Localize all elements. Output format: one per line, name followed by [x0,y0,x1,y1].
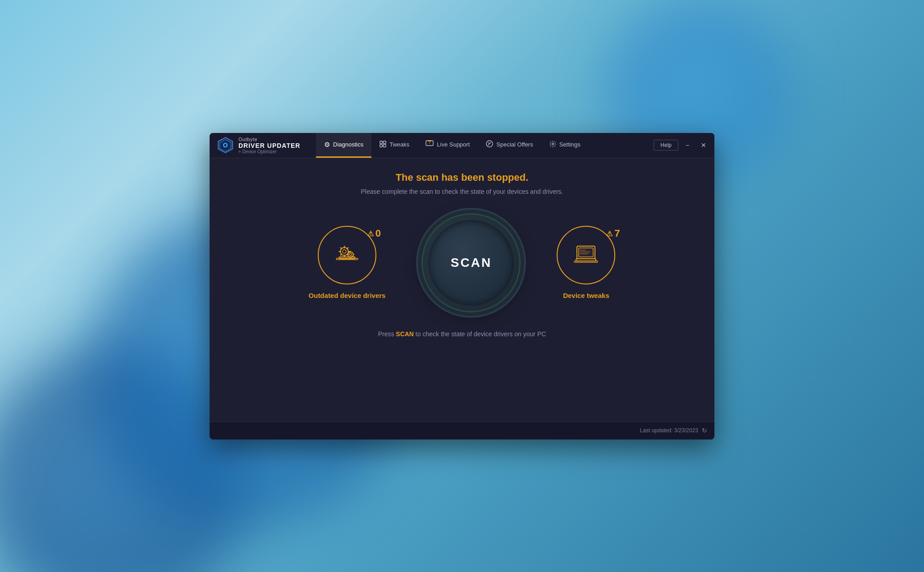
drivers-svg-icon [331,239,363,271]
close-icon: ✕ [701,142,706,149]
live-support-icon: ! [425,140,434,149]
tweaks-label: Device tweaks [563,292,609,299]
close-button[interactable]: ✕ [696,138,711,152]
svg-point-24 [350,254,352,256]
last-updated-text: Last updated: 3/23/2023 [640,427,698,434]
svg-rect-3 [380,141,383,144]
app-name-sub: + Device Optimizer [238,149,300,154]
app-logo-icon: O [217,137,234,154]
svg-line-22 [341,254,342,256]
tab-tweaks[interactable]: Tweaks [371,133,417,158]
nav-tabs: ⚙ Diagnostics Tweaks [316,133,646,158]
tweaks-count-badge: ⚠ 7 [606,228,620,239]
scan-status-title: The scan has been stopped. [396,172,529,183]
main-content: The scan has been stopped. Please comple… [210,158,714,421]
svg-line-21 [347,248,348,249]
tweaks-svg-icon [570,239,602,271]
refresh-icon[interactable]: ↻ [702,427,707,434]
scan-outer-ring: SCAN [421,213,521,312]
tab-live-support-label: Live Support [437,141,470,148]
tab-diagnostics[interactable]: ⚙ Diagnostics [316,133,371,158]
hint-suffix: to check the state of device drivers on … [414,330,546,338]
scan-status-subtitle: Please complete the scan to check the st… [361,188,563,195]
tab-special-offers-label: Special Offers [496,141,533,148]
tab-special-offers[interactable]: Special Offers [478,133,541,158]
tab-diagnostics-label: Diagnostics [333,141,363,148]
tweaks-icon-wrap: ⚠ 7 [557,226,615,284]
drivers-label: Outdated device drivers [309,292,386,299]
window-controls: Help − ✕ [646,138,714,152]
scan-hint: Press SCAN to check the state of device … [378,330,546,338]
svg-rect-6 [384,144,386,147]
settings-icon [549,141,556,149]
tweaks-count: 7 [614,228,620,239]
tab-settings[interactable]: Settings [541,133,589,158]
help-button[interactable]: Help [654,140,678,151]
svg-text:O: O [223,142,228,149]
tab-settings-label: Settings [559,141,581,148]
feature-card-drivers: ⚠ 0 Outdated device drivers [309,226,386,299]
scan-button-wrap: SCAN [421,213,521,312]
feature-card-tweaks: ⚠ 7 Device tweaks [557,226,615,299]
svg-rect-37 [574,261,598,262]
diagnostics-icon: ⚙ [324,141,330,149]
minimize-button[interactable]: − [680,138,695,152]
drivers-alert-icon: ⚠ [367,229,374,238]
tweaks-alert-icon: ⚠ [606,229,613,238]
svg-rect-5 [380,144,383,147]
scan-area: ⚠ 0 Outdated device drivers SCAN [228,213,696,312]
tab-tweaks-label: Tweaks [389,141,409,148]
hint-prefix: Press [378,330,396,338]
svg-rect-4 [384,141,386,144]
drivers-count-badge: ⚠ 0 [367,228,381,239]
svg-text:!: ! [429,142,430,145]
tab-live-support[interactable]: ! Live Support [417,133,478,158]
drivers-count: 0 [375,228,381,239]
tweaks-icon [380,141,386,149]
status-bar: Last updated: 3/23/2023 ↻ [210,421,714,439]
special-offers-icon [486,140,493,149]
title-bar: O Outbyte DRIVER UPDATER + Device Optimi… [210,133,714,158]
svg-line-19 [341,248,342,249]
scan-button[interactable]: SCAN [428,220,514,306]
drivers-icon-wrap: ⚠ 0 [318,226,376,284]
hint-scan-word: SCAN [396,330,414,338]
svg-rect-32 [579,248,593,257]
app-logo: O Outbyte DRIVER UPDATER + Device Optimi… [217,137,316,154]
app-name-block: Outbyte DRIVER UPDATER + Device Optimize… [238,137,300,154]
svg-point-14 [343,250,346,253]
minimize-icon: − [686,142,689,149]
app-name-top: Outbyte [238,137,300,142]
app-window: O Outbyte DRIVER UPDATER + Device Optimi… [210,133,714,439]
app-name-main: DRIVER UPDATER [238,142,300,149]
